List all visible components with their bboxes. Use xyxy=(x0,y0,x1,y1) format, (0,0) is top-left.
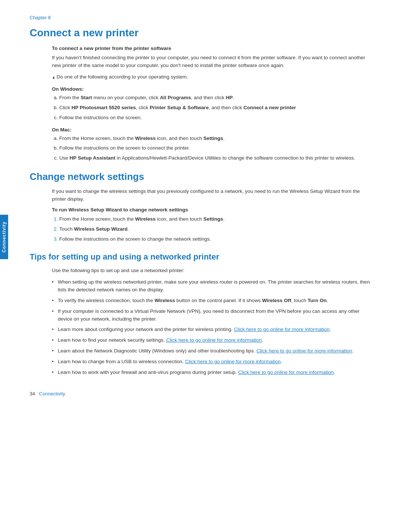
change-network-subsection: If you want to change the wireless setti… xyxy=(52,188,370,243)
tips-subsection: Use the following tips to set up and use… xyxy=(52,267,370,377)
chapter-label: Chapter 8 xyxy=(30,15,370,20)
footer-section-link[interactable]: Connectivity xyxy=(39,391,65,397)
tip-8: Learn how to work with your firewall and… xyxy=(52,369,370,377)
connect-triangle-bullet: Do one of the following according to you… xyxy=(52,73,370,81)
link-3[interactable]: Click here to go online for more informa… xyxy=(257,348,352,354)
tip-4: Learn more about configuring your networ… xyxy=(52,326,370,334)
mac-step-3: Use HP Setup Assistant in Applications/H… xyxy=(59,154,370,162)
change-network-step-2: Touch Wireless Setup Wizard. xyxy=(59,225,370,233)
windows-step-1: From the Start menu on your computer, cl… xyxy=(59,94,370,102)
side-tab-label: Connectivity xyxy=(1,221,7,252)
change-network-steps: From the Home screen, touch the Wireless… xyxy=(59,215,370,243)
tips-title: Tips for setting up and using a networke… xyxy=(30,252,370,262)
change-network-subheading: To run Wireless Setup Wizard to change n… xyxy=(52,207,370,213)
connect-subsection: To connect a new printer from the printe… xyxy=(52,46,370,162)
tip-2: To verify the wireless connection, touch… xyxy=(52,297,370,305)
mac-label: On Mac: xyxy=(52,127,370,133)
connect-intro: If you haven't finished connecting the p… xyxy=(52,54,370,70)
side-tab: Connectivity xyxy=(0,215,8,259)
change-network-step-1: From the Home screen, touch the Wireless… xyxy=(59,215,370,223)
mac-steps-list: From the Home screen, touch the Wireless… xyxy=(59,135,370,163)
change-network-step-3: Follow the instructions on the screen to… xyxy=(59,235,370,243)
footer-page-number: 34 xyxy=(30,391,35,397)
connect-subheading: To connect a new printer from the printe… xyxy=(52,46,370,51)
connect-title: Connect a new printer xyxy=(30,27,370,39)
tip-1: When setting up the wireless networked p… xyxy=(52,278,370,294)
link-4[interactable]: Click here to go online for more informa… xyxy=(185,359,281,364)
mac-step-1: From the Home screen, touch the Wireless… xyxy=(59,135,370,143)
windows-step-3: Follow the instructions on the screen. xyxy=(59,114,370,122)
footer: 34 Connectivity xyxy=(30,391,65,397)
link-5[interactable]: Click here to go online for more informa… xyxy=(238,369,334,375)
connect-section: Connect a new printer To connect a new p… xyxy=(30,27,370,162)
windows-steps-list: From the Start menu on your computer, cl… xyxy=(59,94,370,122)
tips-section: Tips for setting up and using a networke… xyxy=(30,252,370,377)
change-network-section: Change network settings If you want to c… xyxy=(30,171,370,243)
windows-label: On Windows: xyxy=(52,86,370,92)
windows-step-2: Click HP Photosmart 5520 series, click P… xyxy=(59,104,370,112)
tip-6: Learn about the Network Diagnostic Utili… xyxy=(52,347,370,355)
tips-intro: Use the following tips to set up and use… xyxy=(52,267,370,275)
tip-7: Learn how to change from a USB to wirele… xyxy=(52,358,370,366)
link-2[interactable]: Click here to go online for more informa… xyxy=(166,337,262,343)
link-1[interactable]: Click here to go online for more informa… xyxy=(234,327,330,332)
change-network-intro: If you want to change the wireless setti… xyxy=(52,188,370,203)
tips-list: When setting up the wireless networked p… xyxy=(52,278,370,377)
mac-step-2: Follow the instructions on the screen to… xyxy=(59,144,370,152)
change-network-title: Change network settings xyxy=(30,171,370,183)
tip-3: If your computer is connected to a Virtu… xyxy=(52,308,370,323)
tip-5: Learn how to find your network security … xyxy=(52,337,370,344)
